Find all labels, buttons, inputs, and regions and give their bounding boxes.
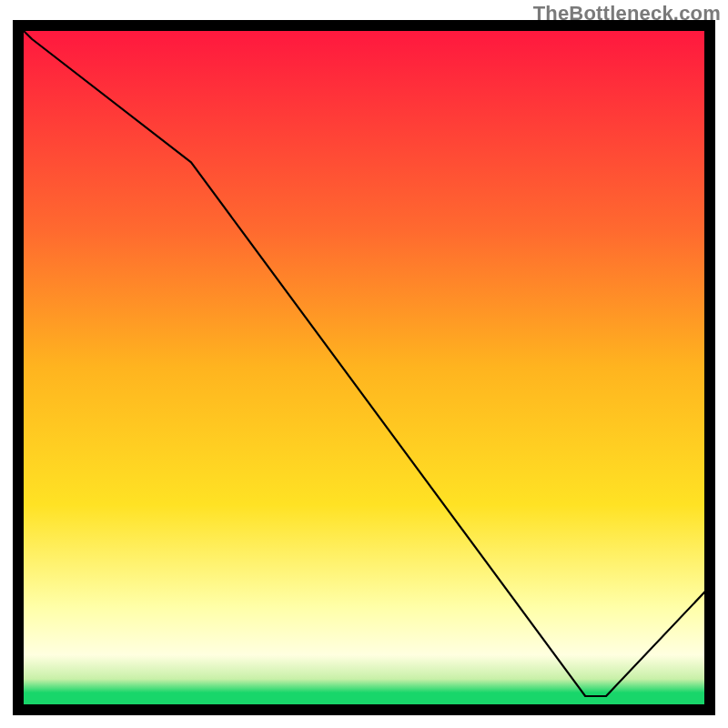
bottleneck-chart bbox=[0, 0, 728, 728]
chart-stage: TheBottleneck.com bbox=[0, 0, 728, 728]
watermark-text: TheBottleneck.com bbox=[533, 2, 721, 25]
plot-background bbox=[18, 25, 710, 710]
